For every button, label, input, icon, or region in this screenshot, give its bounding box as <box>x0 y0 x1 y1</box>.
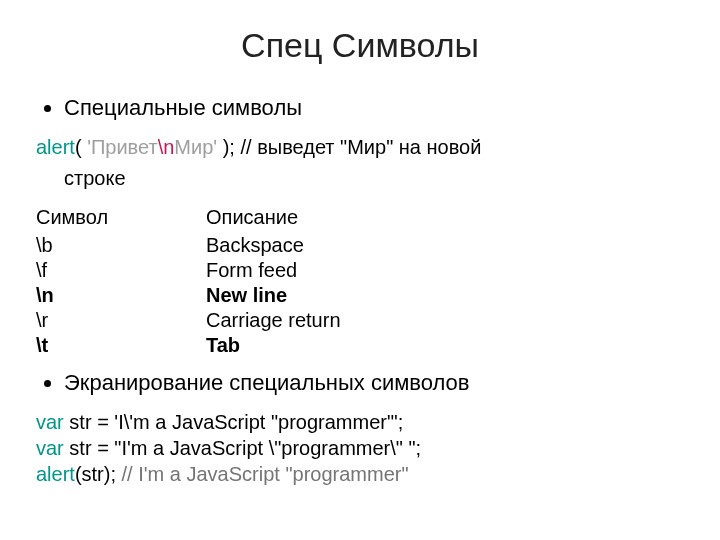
slide-title: Спец Символы <box>36 26 684 65</box>
code-line-3: alert(str); // I'm a JavaScript "program… <box>36 461 684 487</box>
bullet-list-2: Экранирование специальных символов <box>36 368 684 399</box>
code-kw-var: var <box>36 411 64 433</box>
escape-table: Символ Описание \b Backspace \f Form fee… <box>36 206 381 358</box>
table-header-desc: Описание <box>206 206 381 233</box>
table-cell-desc: Backspace <box>206 233 381 258</box>
code-rest-1: str = 'I\'m a JavaScript "programmer"'; <box>64 411 404 433</box>
code-fn-alert: alert <box>36 463 75 485</box>
bullet-list-1: Специальные символы <box>36 93 684 124</box>
code-open-paren: ( <box>75 136 87 158</box>
code-str-part2: Мир <box>174 136 213 158</box>
bullet-escaping: Экранирование специальных символов <box>64 368 684 399</box>
code-fn-alert: alert <box>36 136 75 158</box>
table-row: \t Tab <box>36 333 381 358</box>
code-example-2: var str = 'I\'m a JavaScript "programmer… <box>36 409 684 487</box>
table-cell-symbol: \r <box>36 308 206 333</box>
table-cell-symbol: \n <box>36 283 206 308</box>
table-cell-desc: New line <box>206 283 381 308</box>
code-rest-2: str = "I'm a JavaScript \"programmer\" "… <box>64 437 421 459</box>
slide: Спец Символы Специальные символы alert( … <box>0 0 720 540</box>
table-row: \r Carriage return <box>36 308 381 333</box>
code-close-paren: ); <box>217 136 235 158</box>
table-cell-symbol: \f <box>36 258 206 283</box>
table-cell-symbol: \t <box>36 333 206 358</box>
table-row: \b Backspace <box>36 233 381 258</box>
bullet-special-chars: Специальные символы <box>64 93 684 124</box>
code-example-1-cont: строке <box>64 165 684 192</box>
code-line-2: var str = "I'm a JavaScript \"programmer… <box>36 435 684 461</box>
table-row: \n New line <box>36 283 381 308</box>
code-escape-n: \n <box>158 136 175 158</box>
table-header-symbol: Символ <box>36 206 206 233</box>
table-row: \f Form feed <box>36 258 381 283</box>
code-comment-1: // выведет "Мир" на новой <box>235 136 481 158</box>
table-cell-desc: Carriage return <box>206 308 381 333</box>
table-header-row: Символ Описание <box>36 206 381 233</box>
code-kw-var: var <box>36 437 64 459</box>
code-str-part1: Привет <box>91 136 158 158</box>
table-cell-symbol: \b <box>36 233 206 258</box>
table-cell-desc: Form feed <box>206 258 381 283</box>
code-call-3: (str); <box>75 463 116 485</box>
code-comment-3: // I'm a JavaScript "programmer" <box>116 463 409 485</box>
table-cell-desc: Tab <box>206 333 381 358</box>
code-line-1: var str = 'I\'m a JavaScript "programmer… <box>36 409 684 435</box>
code-example-1: alert( 'Привет\nМир' ); // выведет "Мир"… <box>36 134 684 161</box>
